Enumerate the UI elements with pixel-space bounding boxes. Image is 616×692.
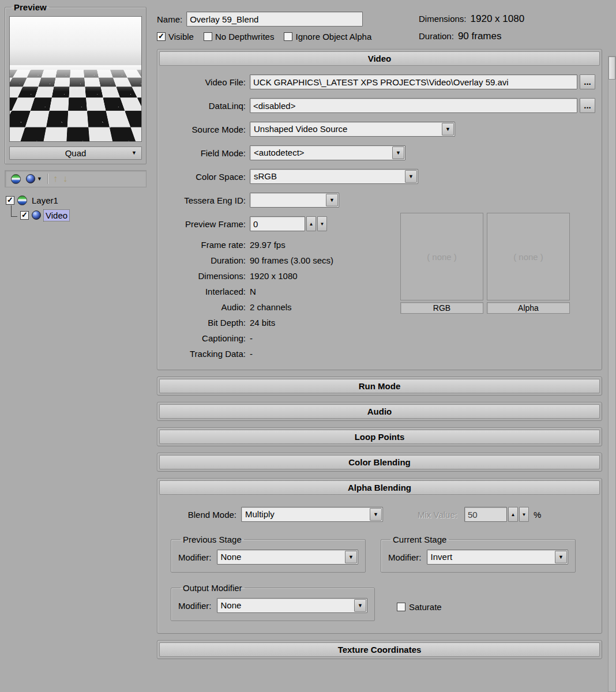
name-label: Name:: [157, 14, 182, 24]
texture-properties-panel: Preview Quad ▼ ▼ ↑ ↓ ✓ Laye: [0, 0, 616, 692]
name-input[interactable]: [186, 12, 363, 27]
horizon-fog: [10, 65, 141, 92]
check-icon: ✓: [21, 211, 28, 219]
source-mode-value: Unshaped Video Source: [250, 122, 441, 136]
scrollbar[interactable]: [608, 56, 616, 692]
field-mode-label: Field Mode:: [164, 148, 246, 158]
spin-up-icon[interactable]: ▲: [508, 507, 518, 522]
chevron-down-icon[interactable]: ▼: [354, 599, 366, 612]
current-modifier-dropdown[interactable]: Invert ▼: [427, 550, 568, 565]
texture-previews: ( none ) RGB ( none ) Alpha: [400, 213, 570, 314]
info-row: Captioning:-: [164, 333, 595, 343]
rgb-caption: RGB: [400, 302, 483, 314]
ignore-object-alpha-checkbox[interactable]: [284, 32, 292, 41]
tree-row-video[interactable]: ✓ Video: [11, 208, 147, 223]
move-down-icon[interactable]: ↓: [63, 174, 67, 183]
info-row: Tracking Data:-: [164, 349, 595, 359]
source-mode-dropdown[interactable]: Unshaped Video Source ▼: [250, 122, 455, 137]
color-space-row: Color Space: sRGB ▼: [164, 169, 595, 184]
scene-preview-viewport[interactable]: [9, 16, 142, 142]
name-row: Name: Dimensions: 1920 x 1080: [157, 12, 602, 27]
info-row: Bit Depth:24 bits: [164, 318, 595, 328]
spin-down-icon[interactable]: ▼: [317, 216, 327, 231]
field-mode-dropdown[interactable]: <autodetect> ▼: [250, 145, 405, 160]
saturate-checkbox[interactable]: [397, 603, 405, 611]
layer1-visibility-checkbox[interactable]: ✓: [6, 196, 14, 205]
tree-row-layer1[interactable]: ✓ Layer1: [6, 193, 147, 208]
saturate-check-item[interactable]: Saturate: [397, 593, 442, 612]
section-run-mode: Run Mode: [157, 377, 602, 396]
tessera-dropdown[interactable]: ▼: [250, 193, 339, 208]
video-file-input[interactable]: [250, 74, 577, 89]
chevron-down-icon: ▼: [132, 151, 137, 156]
output-modifier-value: None: [217, 599, 354, 612]
video-file-browse-button[interactable]: ...: [580, 74, 595, 89]
blend-mode-row: Blend Mode: Multiply ▼ Mix Value: ▲ ▼ %: [164, 507, 595, 522]
video-label[interactable]: Video: [44, 210, 69, 221]
datalinq-input[interactable]: [250, 98, 577, 113]
no-depthwrites-checkbox[interactable]: [204, 32, 212, 41]
tree-connector: [11, 205, 17, 217]
preview-group: Preview Quad ▼: [5, 2, 147, 164]
chevron-down-icon[interactable]: ▼: [345, 551, 357, 563]
previous-modifier-label: Modifier:: [178, 552, 212, 562]
blend-mode-dropdown[interactable]: Multiply ▼: [241, 507, 383, 522]
visible-check-item[interactable]: ✓ Visible: [157, 32, 194, 42]
saturate-label: Saturate: [409, 602, 442, 612]
layer-tree: ✓ Layer1 ✓ Video: [5, 193, 147, 223]
source-mode-label: Source Mode:: [164, 125, 246, 134]
current-stage-group: Current Stage Modifier: Invert ▼: [381, 535, 576, 573]
ignore-object-alpha-check-item[interactable]: Ignore Object Alpha: [284, 32, 371, 42]
visible-checkbox[interactable]: ✓: [157, 32, 166, 41]
add-layer-icon[interactable]: [11, 174, 21, 184]
chevron-down-icon[interactable]: ▼: [555, 551, 567, 563]
color-space-dropdown[interactable]: sRGB ▼: [250, 169, 418, 184]
previous-modifier-dropdown[interactable]: None ▼: [217, 550, 358, 565]
chevron-down-icon[interactable]: ▼: [442, 123, 454, 136]
current-stage-title: Current Stage: [390, 535, 449, 544]
visible-label: Visible: [168, 32, 194, 42]
section-header-color-blending[interactable]: Color Blending: [159, 455, 600, 469]
datalinq-browse-button[interactable]: ...: [580, 98, 595, 113]
output-modifier-group: Output Modifier Modifier: None ▼: [171, 583, 375, 621]
chevron-down-icon[interactable]: ▼: [370, 508, 382, 521]
output-row: Output Modifier Modifier: None ▼ Saturat…: [171, 583, 576, 621]
percent-label: %: [534, 510, 541, 520]
field-mode-value: <autodetect>: [250, 146, 392, 160]
section-header-texture-coordinates[interactable]: Texture Coordinates: [159, 642, 600, 657]
move-up-icon[interactable]: ↑: [53, 174, 58, 183]
no-depthwrites-check-item[interactable]: No Depthwrites: [204, 32, 275, 42]
section-header-loop-points[interactable]: Loop Points: [159, 430, 600, 444]
rgb-preview-box: ( none ): [400, 213, 483, 300]
section-header-video[interactable]: Video: [159, 51, 600, 66]
preview-frame-spinner: ▲ ▼: [250, 216, 327, 231]
video-visibility-checkbox[interactable]: ✓: [20, 211, 29, 220]
add-object-split-button[interactable]: ▼: [26, 174, 42, 183]
preview-view-dropdown[interactable]: Quad ▼: [9, 146, 142, 160]
output-modifier-label: Modifier:: [178, 601, 212, 611]
scrollbar-thumb[interactable]: [609, 57, 615, 80]
spin-down-icon[interactable]: ▼: [519, 507, 529, 522]
section-loop-points: Loop Points: [157, 427, 602, 446]
chevron-down-icon[interactable]: ▼: [405, 170, 417, 183]
chevron-down-icon[interactable]: ▼: [326, 194, 338, 206]
mix-value-input[interactable]: [464, 507, 507, 522]
dimensions-value: 1920 x 1080: [471, 13, 525, 25]
section-header-audio[interactable]: Audio: [159, 404, 600, 419]
section-header-run-mode[interactable]: Run Mode: [159, 379, 600, 393]
chevron-down-icon[interactable]: ▼: [392, 146, 404, 159]
blend-mode-value: Multiply: [242, 507, 369, 521]
previous-modifier-row: Modifier: None ▼: [178, 550, 358, 565]
alpha-blending-body: Blend Mode: Multiply ▼ Mix Value: ▲ ▼ %: [159, 495, 600, 631]
preview-frame-label: Preview Frame:: [164, 219, 246, 229]
mix-value-spinner: ▲ ▼: [464, 507, 529, 522]
chevron-down-icon[interactable]: ▼: [37, 176, 42, 182]
layer1-label[interactable]: Layer1: [30, 195, 60, 206]
section-header-alpha-blending[interactable]: Alpha Blending: [159, 480, 600, 495]
add-video-object-icon[interactable]: [26, 174, 35, 183]
output-modifier-dropdown[interactable]: None ▼: [217, 598, 367, 613]
preview-frame-input[interactable]: [250, 216, 305, 231]
current-modifier-row: Modifier: Invert ▼: [388, 550, 568, 565]
alpha-preview: ( none ) Alpha: [487, 213, 570, 314]
spin-up-icon[interactable]: ▲: [306, 216, 316, 231]
